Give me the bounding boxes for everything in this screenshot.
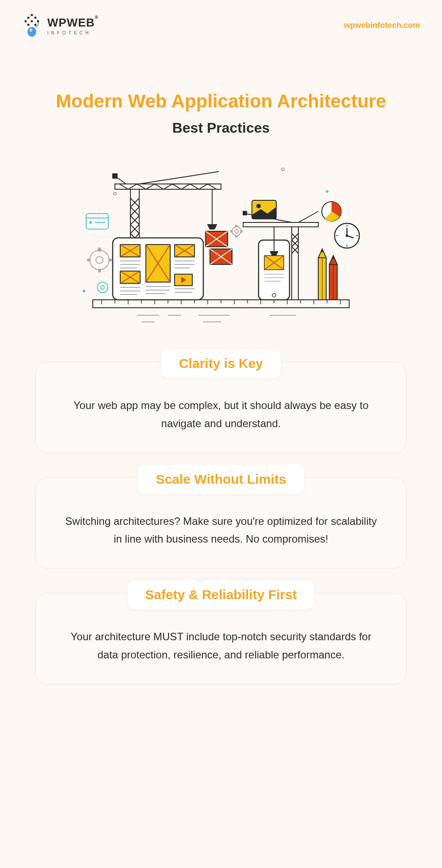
svg-point-59 [97, 282, 108, 293]
svg-rect-88 [243, 211, 247, 215]
svg-line-43 [139, 172, 219, 184]
svg-point-10 [282, 168, 284, 171]
svg-point-97 [256, 204, 261, 208]
header: WPWEB® INFOTECH wpwebinfotech.com [0, 0, 442, 51]
logo: WPWEB® INFOTECH [22, 13, 99, 38]
hero-illustration [71, 163, 371, 331]
logo-text: WPWEB® INFOTECH [47, 16, 99, 35]
card-title: Scale Without Limits [156, 472, 286, 487]
svg-line-86 [298, 211, 318, 222]
svg-point-4 [31, 20, 33, 23]
svg-point-112 [235, 229, 238, 233]
svg-rect-116 [240, 230, 243, 233]
logo-sub-text: INFOTECH [47, 31, 99, 35]
svg-point-2 [34, 17, 37, 19]
svg-rect-55 [87, 259, 91, 261]
subtitle: Best Practices [22, 120, 420, 136]
svg-point-6 [27, 24, 30, 26]
svg-point-52 [96, 256, 103, 264]
svg-rect-47 [86, 214, 108, 229]
svg-point-5 [37, 20, 39, 23]
svg-rect-114 [235, 235, 238, 237]
svg-point-51 [90, 250, 109, 270]
svg-rect-115 [230, 230, 232, 233]
svg-rect-54 [98, 269, 101, 272]
svg-point-11 [326, 190, 328, 193]
svg-rect-56 [108, 259, 112, 261]
svg-point-1 [27, 17, 30, 19]
card-body: Your web app may be complex, but it shou… [62, 397, 380, 433]
svg-point-9 [30, 28, 32, 32]
card-scale: Scale Without Limits Switching architect… [35, 478, 407, 569]
card-badge: Scale Without Limits [138, 465, 304, 494]
card-title: Safety & Reliability First [145, 587, 297, 602]
card-clarity: Clarity is Key Your web app may be compl… [35, 362, 407, 453]
card-body: Switching architectures? Make sure you'r… [62, 512, 380, 549]
svg-rect-85 [243, 222, 318, 227]
card-title: Clarity is Key [179, 356, 263, 371]
svg-point-7 [34, 24, 37, 26]
svg-point-60 [101, 286, 104, 289]
svg-rect-113 [235, 225, 238, 227]
svg-point-111 [232, 227, 241, 236]
card-safety: Safety & Reliability First Your architec… [35, 593, 407, 684]
svg-point-49 [89, 221, 92, 224]
card-badge: Safety & Reliability First [127, 580, 314, 609]
logo-icon [22, 13, 42, 38]
svg-point-3 [25, 20, 27, 23]
title-section: Modern Web Application Architecture Best… [0, 51, 442, 149]
card-badge: Clarity is Key [161, 349, 281, 378]
cards-container: Clarity is Key Your web app may be compl… [0, 362, 442, 684]
svg-point-0 [31, 14, 33, 16]
card-body: Your architecture MUST include top-notch… [62, 628, 380, 664]
main-title: Modern Web Application Architecture [22, 91, 420, 112]
svg-point-13 [114, 192, 116, 195]
logo-main-text: WPWEB® [47, 16, 99, 30]
svg-point-12 [83, 290, 85, 292]
svg-point-8 [27, 27, 36, 37]
svg-rect-45 [113, 174, 117, 178]
website-link[interactable]: wpwebinfotech.com [344, 21, 420, 30]
